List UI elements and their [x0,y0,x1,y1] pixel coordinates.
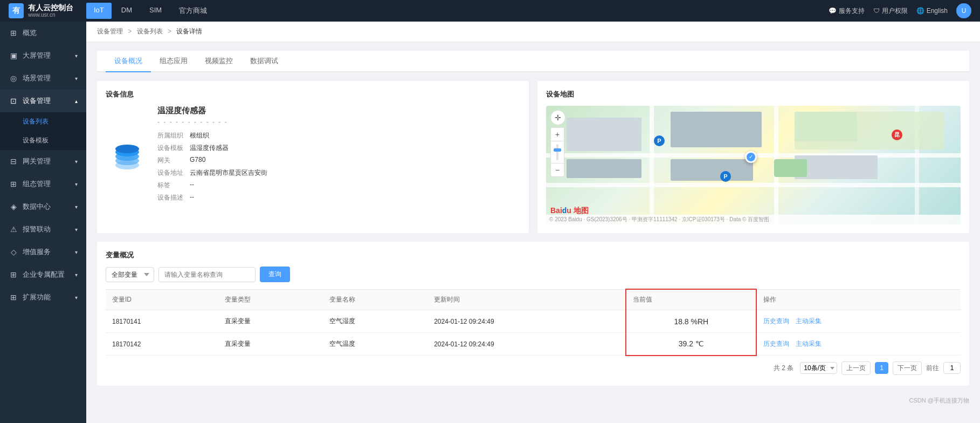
chevron-down-icon: ▾ [75,272,78,278]
filter-row: 全部变量 查询 [106,267,961,282]
breadcrumb-sep-1: > [128,28,133,35]
avatar[interactable]: U [956,3,971,18]
sidebar-item-device[interactable]: ⊡ 设备管理 ▴ [0,90,86,112]
history-query-2[interactable]: 历史查询 [763,340,789,347]
next-page-button[interactable]: 下一页 [893,361,922,375]
sidebar-item-config[interactable]: ⊞ 组态管理 ▾ [0,173,86,195]
info-row-gateway: 网关 G780 [157,156,520,165]
active-collect-2[interactable]: 主动采集 [796,340,822,347]
overview-icon: ⊞ [9,29,18,37]
sidebar-item-value-service[interactable]: ◇ 增值服务 ▾ [0,241,86,263]
map-container[interactable]: ✛ + − ✓ [546,106,961,224]
cell-var-type-1: 直采变量 [218,310,323,333]
page-size-select[interactable]: 10条/页 20条/页 50条/页 [800,362,837,374]
cell-var-id-2: 18170142 [106,333,218,356]
chevron-down-icon: ▾ [75,295,78,301]
sidebar-item-label: 数据中心 [23,202,71,212]
info-value-address: 云南省昆明市星贡区吉安街 [190,168,267,178]
breadcrumb-sep-2: > [168,28,173,35]
prev-page-button[interactable]: 上一页 [841,361,871,375]
device-info-content: 温湿度传感器 - - - - - - - - - - - - 所属组织 根组织 … [106,106,520,206]
tab-data-debug[interactable]: 数据调试 [241,51,287,72]
device-icon-area [106,106,149,206]
chevron-up-icon: ▴ [75,98,78,104]
value-service-icon: ◇ [9,248,18,256]
breadcrumb-device-mgmt[interactable]: 设备管理 [97,28,123,35]
sidebar-item-device-template[interactable]: 设备模板 [0,131,86,150]
page-content: 设备概况 组态应用 视频监控 数据调试 设备信息 [86,42,980,394]
th-var-id: 变量ID [106,289,218,310]
sidebar-item-overview[interactable]: ⊞ 概览 [0,22,86,44]
variable-type-select[interactable]: 全部变量 [106,267,154,282]
cell-actions-1: 历史查询 主动采集 [756,310,961,333]
active-collect-1[interactable]: 主动采集 [796,317,822,325]
cell-current-val-1: 18.8 %RH [626,310,756,333]
svg-point-4 [115,145,139,153]
sidebar-item-label: 报警联动 [23,224,71,234]
sidebar-item-data[interactable]: ◈ 数据中心 ▾ [0,195,86,218]
nav-iot[interactable]: IoT [86,3,112,19]
cell-var-type-2: 直采变量 [218,333,323,356]
chevron-down-icon: ▾ [75,76,78,81]
page-1-button[interactable]: 1 [875,362,888,374]
query-button[interactable]: 查询 [260,267,290,282]
device-map-title: 设备地图 [546,90,961,99]
info-value-org: 根组织 [190,131,209,140]
sidebar-item-gateway[interactable]: ⊟ 网关管理 ▾ [0,150,86,173]
breadcrumb-device-list[interactable]: 设备列表 [137,28,163,35]
tab-video[interactable]: 视频监控 [196,51,241,72]
info-row-address: 设备地址 云南省昆明市星贡区吉安街 [157,168,520,178]
sidebar-item-device-list[interactable]: 设备列表 [0,112,86,131]
info-label: 网关 [157,156,190,165]
sidebar-item-scene[interactable]: ◎ 场景管理 ▾ [0,67,86,90]
pagination: 共 2 条 10条/页 20条/页 50条/页 上一页 1 下一页 前往 [106,356,961,377]
sidebar-item-extend[interactable]: ⊞ 扩展功能 ▾ [0,286,86,309]
nav-store[interactable]: 官方商城 [171,3,215,19]
table-header-row: 变量ID 变量类型 变量名称 更新时间 当前值 操作 [106,289,961,310]
language-switcher[interactable]: 🌐 English [916,7,948,15]
nav-dm[interactable]: DM [114,3,140,19]
sidebar-item-enterprise[interactable]: ⊞ 企业专属配置 ▾ [0,263,86,286]
variable-name-input[interactable] [158,267,256,282]
goto-label: 前往 [926,364,939,373]
sidebar-item-alarm[interactable]: ⚠ 报警联动 ▾ [0,218,86,241]
gateway-icon: ⊟ [9,157,18,166]
th-actions: 操作 [756,289,961,310]
user-permissions[interactable]: 🛡 用户权限 [873,6,908,16]
info-value-tags: -- [190,181,194,190]
tab-config-app[interactable]: 组态应用 [151,51,196,72]
sidebar-item-label: 大屏管理 [23,51,71,60]
history-query-1[interactable]: 历史查询 [763,317,789,325]
sidebar: ⊞ 概览 ▣ 大屏管理 ▾ ◎ 场景管理 ▾ ⊡ 设备管理 ▴ 设备列表 设备模… [0,22,86,423]
goto-page-input[interactable] [943,362,961,374]
sidebar-item-bigscreen[interactable]: ▣ 大屏管理 ▾ [0,44,86,67]
chevron-down-icon: ▾ [75,53,78,59]
map-pan-control[interactable]: ✛ [550,110,565,125]
top-nav-right: 💬 服务支持 🛡 用户权限 🌐 English U [829,3,971,18]
map-zoom-in[interactable]: + [550,127,564,141]
sidebar-item-label: 设备管理 [23,96,71,106]
variable-table: 变量ID 变量类型 变量名称 更新时间 当前值 操作 18170141 直采变量 [106,289,961,356]
table-row: 18170141 直采变量 空气湿度 2024-01-12 09:24:49 1… [106,310,961,333]
th-var-type: 变量类型 [218,289,323,310]
info-label: 标签 [157,181,190,190]
device-name: 温湿度传感器 [157,106,520,116]
map-zoom-out[interactable]: − [550,163,564,177]
cell-actions-2: 历史查询 主动采集 [756,333,961,356]
nav-sim[interactable]: SIM [142,3,169,19]
footer-text: CSDN @手机连接万物 [909,397,969,404]
tab-device-overview[interactable]: 设备概况 [106,51,151,72]
parking-icon-2: P [720,171,731,182]
variable-section-title: 变量概况 [106,250,961,260]
cell-current-val-2: 39.2 ℃ [626,333,756,356]
th-var-name: 变量名称 [323,289,427,310]
brand-name: 有人云控制台 [28,3,73,12]
service-support[interactable]: 💬 服务支持 [829,6,865,16]
footer: CSDN @手机连接万物 [86,394,980,407]
logo-icon: 有 [9,3,24,18]
variable-section: 变量概况 全部变量 查询 变量ID 变量类型 变量名称 更新时间 [97,242,969,386]
device-icon: ⊡ [9,97,18,105]
info-row-desc: 设备描述 -- [157,193,520,202]
info-value-gateway: G780 [190,156,205,165]
sidebar-item-label: 场景管理 [23,73,71,83]
